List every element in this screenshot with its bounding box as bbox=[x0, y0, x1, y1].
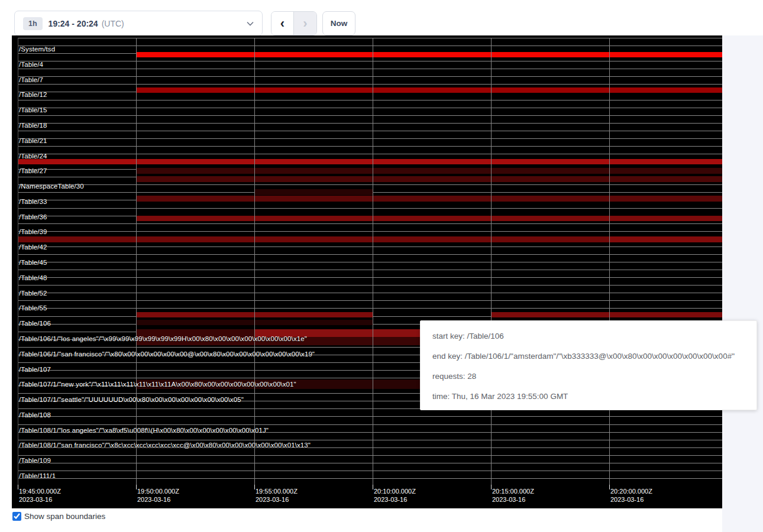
row-label: /Table/106 bbox=[19, 320, 51, 327]
span-boundary-line bbox=[18, 38, 722, 38]
time-range-selector[interactable]: 1h 19:24 - 20:24 (UTC) bbox=[14, 11, 263, 36]
time-axis-label: 20:10:00.000Z2023-03-16 bbox=[374, 487, 416, 504]
span-boundary-line bbox=[18, 154, 722, 154]
row-label: /Table/108 bbox=[19, 411, 51, 419]
axis-tick bbox=[373, 485, 373, 489]
span-boundary-line bbox=[18, 285, 722, 286]
span-boundary-line bbox=[18, 254, 722, 255]
next-range-button[interactable]: › bbox=[294, 12, 316, 35]
prev-range-button[interactable]: ‹ bbox=[271, 12, 294, 35]
span-boundary-line bbox=[18, 262, 722, 262]
chevron-down-icon bbox=[247, 21, 254, 26]
heat-band bbox=[491, 312, 722, 317]
heat-band bbox=[136, 216, 722, 221]
span-boundary-line bbox=[18, 270, 722, 270]
axis-tick bbox=[609, 485, 610, 489]
span-boundary-line bbox=[18, 146, 722, 147]
time-gridline bbox=[18, 38, 18, 486]
heat-band bbox=[136, 87, 722, 93]
span-boundary-line bbox=[18, 455, 722, 456]
time-gridline bbox=[136, 38, 137, 486]
row-label: /Table/107 bbox=[19, 366, 51, 373]
row-label: /Table/55 bbox=[19, 304, 47, 312]
row-label: /Table/106/1/"los angeles"/"\x99\x99\x99… bbox=[19, 335, 307, 342]
span-boundary-line bbox=[18, 76, 722, 77]
row-label: /Table/36 bbox=[19, 213, 47, 220]
span-boundary-line bbox=[18, 223, 722, 224]
row-label: /Table/4 bbox=[19, 61, 43, 68]
span-boundary-line bbox=[18, 123, 722, 124]
show-span-boundaries-label: Show span boundaries bbox=[24, 512, 105, 521]
row-label: /System/tsd bbox=[19, 46, 55, 53]
row-label: /Table/18 bbox=[19, 122, 47, 129]
time-axis-label: 19:55:00.000Z2023-03-16 bbox=[256, 487, 298, 504]
axis-tick bbox=[254, 485, 255, 489]
axis-tick bbox=[491, 485, 492, 489]
row-label: /Table/7 bbox=[19, 76, 43, 83]
row-label: /Table/109 bbox=[19, 457, 51, 464]
heat-band bbox=[18, 159, 722, 164]
span-boundary-line bbox=[18, 131, 722, 131]
row-label: /Table/108/1/"los angeles"/"\xa8\xf5\u00… bbox=[19, 427, 269, 434]
row-label: /Table/111/1 bbox=[19, 472, 56, 479]
span-boundary-line bbox=[18, 61, 722, 61]
span-boundary-line bbox=[18, 208, 722, 209]
span-boundary-line bbox=[18, 138, 722, 139]
span-boundary-line bbox=[18, 115, 722, 116]
time-gridline bbox=[254, 38, 255, 486]
time-axis-label: 20:20:00.000Z2023-03-16 bbox=[610, 487, 652, 504]
span-boundary-line bbox=[18, 184, 722, 185]
span-boundary-line bbox=[18, 308, 722, 309]
span-boundary-line bbox=[18, 463, 722, 463]
tooltip-requests: requests: 28 bbox=[432, 366, 745, 387]
span-boundary-line bbox=[18, 424, 722, 425]
heat-band bbox=[136, 168, 722, 174]
heat-band bbox=[136, 176, 722, 182]
show-span-boundaries-checkbox[interactable] bbox=[12, 512, 21, 521]
span-boundary-line bbox=[18, 277, 722, 278]
span-boundary-line bbox=[18, 440, 722, 440]
row-label: /Table/107/1/"new york"/"\x11\x11\x11\x1… bbox=[19, 381, 296, 388]
row-label: /Table/52 bbox=[19, 290, 47, 297]
span-boundary-line bbox=[18, 69, 722, 69]
span-boundary-line bbox=[18, 246, 722, 247]
span-boundary-line bbox=[18, 293, 722, 293]
heat-band bbox=[136, 196, 722, 202]
time-axis-label: 20:15:00.000Z2023-03-16 bbox=[492, 487, 534, 504]
key-visualizer-canvas[interactable]: /System/tsd/Table/4/Table/7/Table/12/Tab… bbox=[12, 35, 722, 508]
row-label: /Table/21 bbox=[19, 137, 47, 144]
axis-tick bbox=[136, 485, 137, 489]
row-label: /NamespaceTable/30 bbox=[19, 183, 84, 190]
span-boundary-line bbox=[18, 231, 722, 232]
row-label: /Table/12 bbox=[19, 91, 47, 98]
row-label: /Table/48 bbox=[19, 274, 47, 281]
tooltip-time: time: Thu, 16 Mar 2023 19:55:00 GMT bbox=[432, 387, 745, 407]
span-boundary-line bbox=[18, 108, 722, 108]
time-axis-label: 19:50:00.000Z2023-03-16 bbox=[137, 487, 179, 504]
span-boundary-line bbox=[18, 84, 722, 85]
row-label: /Table/39 bbox=[19, 228, 47, 235]
canvas-right-gutter bbox=[722, 35, 763, 532]
time-range-text: 19:24 - 20:24 bbox=[49, 19, 98, 28]
span-boundaries-control: Show span boundaries bbox=[12, 512, 105, 521]
time-axis-label: 19:45:00.000Z2023-03-16 bbox=[19, 487, 61, 504]
row-label: /Table/27 bbox=[19, 167, 47, 174]
span-boundary-line bbox=[18, 100, 722, 100]
span-boundary-line bbox=[18, 471, 722, 471]
span-boundary-line bbox=[18, 478, 722, 479]
tooltip-start-key: start key: /Table/106 bbox=[432, 326, 745, 346]
time-gridline bbox=[491, 38, 492, 486]
row-label: /Table/42 bbox=[19, 244, 47, 251]
now-button[interactable]: Now bbox=[322, 11, 355, 35]
time-range-badge: 1h bbox=[23, 17, 43, 30]
span-boundary-line bbox=[18, 416, 722, 417]
heat-band bbox=[136, 52, 722, 57]
heat-band bbox=[609, 236, 722, 242]
axis-tick bbox=[18, 485, 18, 489]
row-label: /Table/108/1/"san francisco"/"\x8c\xcc\x… bbox=[19, 442, 311, 449]
row-label: /Table/107/1/"seattle"/"UUUUUUD\x00\x80\… bbox=[19, 396, 244, 403]
heat-band bbox=[254, 189, 373, 195]
row-label: /Table/106/1/"san francisco"/"\x80\x00\x… bbox=[19, 351, 315, 358]
row-label: /Table/15 bbox=[19, 106, 47, 113]
span-tooltip: start key: /Table/106 end key: /Table/10… bbox=[420, 320, 757, 410]
